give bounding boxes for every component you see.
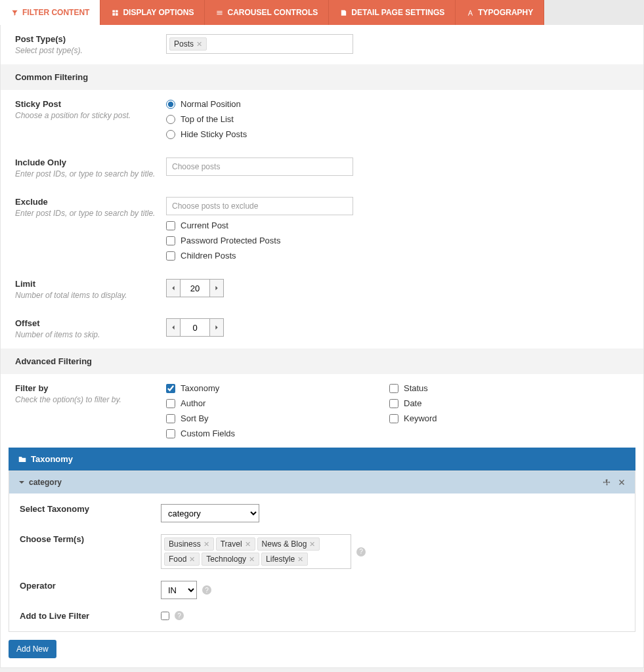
check-author[interactable]: Author: [166, 398, 363, 408]
post-types-input[interactable]: Posts✕: [166, 34, 353, 54]
terms-input[interactable]: Business✕ Travel✕ News & Blog✕ Food✕ Tec…: [161, 534, 351, 569]
filter-by-desc: Check the option(s) to filter by.: [15, 395, 166, 404]
tab-label: TYPOGRAPHY: [478, 8, 533, 17]
row-offset: Offset Number of items to skip.: [1, 309, 643, 348]
row-limit: Limit Number of total items to display.: [1, 270, 643, 309]
remove-tag-icon[interactable]: ✕: [309, 540, 315, 549]
select-operator[interactable]: IN: [161, 581, 197, 599]
row-sticky: Sticky Post Choose a position for sticky…: [1, 90, 643, 148]
check-password-protected[interactable]: Password Protected Posts: [166, 236, 629, 245]
tab-carousel-controls[interactable]: CAROUSEL CONTROLS: [205, 0, 329, 25]
help-icon[interactable]: ?: [175, 611, 184, 620]
tab-label: DETAIL PAGE SETTINGS: [351, 8, 444, 17]
offset-increment[interactable]: [209, 318, 224, 337]
exclude-label: Exclude: [15, 197, 166, 207]
close-icon[interactable]: [618, 478, 626, 487]
tab-filter-content[interactable]: FILTER CONTENT: [0, 0, 100, 25]
sticky-label: Sticky Post: [15, 99, 166, 109]
limit-input[interactable]: [181, 279, 209, 297]
remove-tag-icon[interactable]: ✕: [297, 555, 303, 564]
tag-news-blog[interactable]: News & Blog✕: [257, 537, 320, 551]
limit-desc: Number of total items to display.: [15, 291, 166, 300]
grid-icon: [111, 9, 119, 16]
help-icon[interactable]: ?: [356, 547, 366, 556]
tag-posts[interactable]: Posts✕: [169, 37, 207, 51]
offset-desc: Number of items to skip.: [15, 330, 166, 339]
filter-icon: [11, 9, 18, 16]
remove-tag-icon[interactable]: ✕: [249, 555, 255, 564]
check-status[interactable]: Status: [389, 383, 586, 393]
limit-increment[interactable]: [209, 279, 224, 297]
include-label: Include Only: [15, 158, 166, 167]
taxonomy-panel: category Select Taxonomy category Choose…: [9, 471, 635, 632]
tab-label: CAROUSEL CONTROLS: [227, 8, 318, 17]
offset-label: Offset: [15, 318, 166, 328]
remove-tag-icon[interactable]: ✕: [196, 40, 202, 49]
offset-decrement[interactable]: [166, 318, 181, 337]
filter-by-label: Filter by: [15, 383, 166, 393]
select-taxonomy[interactable]: category: [161, 504, 259, 522]
check-custom-fields[interactable]: Custom Fields: [166, 429, 363, 438]
panel-filter-content: Post Type(s) Select post type(s). Posts✕…: [0, 25, 644, 668]
row-select-taxonomy: Select Taxonomy category: [20, 504, 624, 522]
remove-tag-icon[interactable]: ✕: [204, 540, 209, 549]
tab-display-options[interactable]: DISPLAY OPTIONS: [100, 0, 205, 25]
select-taxonomy-label: Select Taxonomy: [20, 504, 161, 514]
check-date[interactable]: Date: [389, 398, 586, 408]
operator-label: Operator: [20, 581, 161, 591]
check-keyword[interactable]: Keyword: [389, 413, 586, 423]
check-children-posts[interactable]: Children Posts: [166, 251, 629, 261]
tabs-bar: FILTER CONTENT DISPLAY OPTIONS CAROUSEL …: [0, 0, 644, 25]
limit-spinner: [166, 279, 629, 297]
section-common-filtering: Common Filtering: [1, 64, 643, 90]
accordion-head-category[interactable]: category: [9, 471, 635, 494]
section-advanced-filtering: Advanced Filtering: [1, 348, 643, 374]
include-desc: Enter post IDs, or type to search by tit…: [15, 169, 166, 178]
check-current-post[interactable]: Current Post: [166, 220, 629, 230]
page-icon: [339, 9, 347, 16]
accordion-title: category: [29, 478, 62, 487]
tab-label: DISPLAY OPTIONS: [123, 8, 194, 17]
row-filter-by: Filter by Check the option(s) to filter …: [1, 374, 643, 448]
check-live-filter[interactable]: [161, 612, 169, 620]
choose-terms-label: Choose Term(s): [20, 534, 161, 544]
chevron-down-icon: [18, 479, 25, 486]
row-exclude: Exclude Enter post IDs, or type to searc…: [1, 188, 643, 270]
taxonomy-bar: Taxonomy: [9, 448, 635, 471]
exclude-desc: Enter post IDs, or type to search by tit…: [15, 209, 166, 218]
radio-hide-sticky[interactable]: Hide Sticky Posts: [166, 129, 629, 139]
remove-tag-icon[interactable]: ✕: [189, 555, 195, 564]
tag-travel[interactable]: Travel✕: [216, 537, 255, 551]
row-operator: Operator IN ?: [20, 581, 624, 599]
tag-technology[interactable]: Technology✕: [202, 553, 259, 566]
tab-detail-page-settings[interactable]: DETAIL PAGE SETTINGS: [329, 0, 456, 25]
limit-decrement[interactable]: [166, 279, 181, 297]
move-icon[interactable]: [603, 478, 611, 487]
post-types-desc: Select post type(s).: [15, 46, 166, 55]
offset-spinner: [166, 318, 629, 337]
row-choose-terms: Choose Term(s) Business✕ Travel✕ News & …: [20, 534, 624, 569]
tab-typography[interactable]: TYPOGRAPHY: [456, 0, 544, 25]
radio-top-of-list[interactable]: Top of the List: [166, 114, 629, 124]
check-taxonomy[interactable]: Taxonomy: [166, 383, 363, 393]
folder-icon: [18, 455, 27, 464]
help-icon[interactable]: ?: [202, 585, 211, 595]
remove-tag-icon[interactable]: ✕: [245, 540, 251, 549]
sliders-icon: [215, 9, 223, 16]
tag-lifestyle[interactable]: Lifestyle✕: [261, 553, 308, 566]
radio-normal-position[interactable]: Normal Position: [166, 99, 629, 109]
post-types-label: Post Type(s): [15, 34, 166, 44]
row-live-filter: Add to Live Filter ?: [20, 611, 624, 621]
add-new-button[interactable]: Add New: [9, 640, 56, 658]
row-post-types: Post Type(s) Select post type(s). Posts✕: [1, 25, 643, 64]
sticky-desc: Choose a position for sticky post.: [15, 111, 166, 120]
row-include: Include Only Enter post IDs, or type to …: [1, 148, 643, 188]
tab-label: FILTER CONTENT: [22, 8, 89, 17]
tag-business[interactable]: Business✕: [164, 537, 214, 551]
limit-label: Limit: [15, 279, 166, 289]
include-input[interactable]: Choose posts: [166, 158, 353, 176]
tag-food[interactable]: Food✕: [164, 553, 200, 566]
check-sort-by[interactable]: Sort By: [166, 413, 363, 423]
offset-input[interactable]: [181, 318, 209, 337]
exclude-input[interactable]: Choose posts to exclude: [166, 197, 353, 215]
